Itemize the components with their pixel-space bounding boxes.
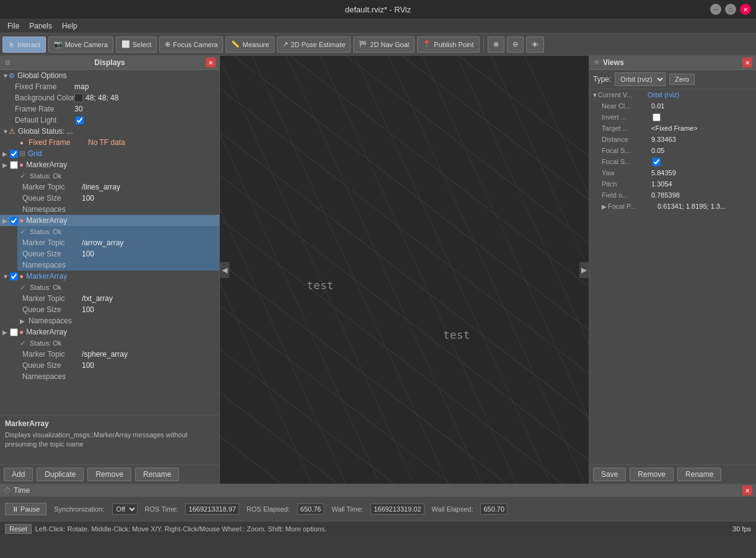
views-type-label: Type: (593, 75, 611, 84)
remove-view-button[interactable]: Remove (630, 468, 674, 481)
ros-elapsed-value: 650.76 (297, 504, 325, 515)
views-zero-button[interactable]: Zero (669, 74, 695, 85)
grid-arrow[interactable]: ▶ (2, 150, 9, 157)
close-button[interactable]: ✕ (740, 4, 751, 15)
move-camera-button[interactable]: 📷 Move Camera (48, 37, 113, 53)
menu-help[interactable]: Help (57, 20, 82, 32)
ma3-status-row: ✓ Status: Ok (17, 282, 219, 293)
ma1-queue-val: 100 (82, 194, 94, 203)
views-close-button[interactable]: ✕ (742, 58, 752, 68)
markerarray2-arrow[interactable]: ▶ (2, 217, 9, 224)
minimize-button[interactable]: ─ (710, 4, 721, 15)
markerarray2-row[interactable]: ▶ ● MarkerArray (0, 215, 219, 226)
focal-s2-checkbox[interactable] (653, 158, 661, 166)
save-view-button[interactable]: Save (593, 468, 626, 481)
maximize-button[interactable]: □ (725, 4, 736, 15)
fps-display: 30 fps (732, 525, 751, 533)
grid-row[interactable]: ▶ ⊞ Grid (0, 148, 219, 159)
ma4-topic-val: /sphere_array (82, 350, 128, 359)
description-title: MarkerArray (5, 419, 214, 428)
markerarray3-arrow[interactable]: ▼ (2, 273, 9, 280)
pose-estimate-button[interactable]: ↗ 2D Pose Estimate (277, 37, 351, 53)
focal-p-arrow[interactable]: ▶ (602, 203, 608, 210)
default-light-row: Default Light (10, 115, 219, 126)
markerarray1-arrow[interactable]: ▶ (2, 162, 9, 168)
add-display-button[interactable]: Add (4, 468, 33, 481)
grid-checkbox[interactable] (10, 150, 18, 158)
global-status-icon: ⚠ (9, 127, 15, 136)
current-view-section[interactable]: ▼ Current V... Orbit (rviz) (589, 89, 756, 100)
ma3-topic-key: Marker Topic (20, 294, 82, 303)
markerarray1-checkbox[interactable] (10, 161, 18, 169)
interact-button[interactable]: 🖱 Interact (2, 37, 46, 53)
select-button[interactable]: ⬜ Select (116, 37, 157, 53)
focal-s1-key: Focal S... (602, 147, 651, 154)
markerarray3-checkbox[interactable] (10, 272, 18, 281)
markerarray2-label: MarkerArray (26, 216, 217, 225)
pause-button[interactable]: ⏸ Pause (5, 503, 46, 515)
fov-key: Field o... (602, 191, 651, 199)
invert-row: Invert ... (599, 111, 756, 123)
global-status-row[interactable]: ▼ ⚠ Global Status: ... (0, 126, 219, 137)
viewport[interactable]: test test ◀ ▶ (220, 56, 589, 484)
global-status-arrow[interactable]: ▼ (2, 128, 9, 135)
ma3-ns-arrow[interactable]: ▶ (20, 318, 26, 325)
displays-header: 🖥 Displays ✕ (0, 56, 219, 70)
bg-color-swatch[interactable] (74, 94, 83, 102)
rename-view-button[interactable]: Rename (677, 468, 721, 481)
measure-label: Measure (242, 41, 269, 48)
publish-point-button[interactable]: 📍 Publish Point (417, 37, 479, 53)
invert-checkbox[interactable] (653, 113, 661, 121)
distance-row: Distance 9.33463 (599, 134, 756, 145)
ma2-topic-row: Marker Topic /arrow_array (17, 237, 219, 248)
rename-display-button[interactable]: Rename (135, 468, 179, 481)
ma1-topic-row: Marker Topic /lines_array (17, 181, 219, 193)
target-key: Target ... (602, 124, 651, 132)
ma4-status-icon: ✓ (20, 339, 26, 347)
default-light-checkbox[interactable] (76, 116, 84, 124)
viewport-expand-right[interactable]: ▶ (579, 262, 589, 278)
views-panel: 👁 Views ✕ Type: Orbit (rviz) Zero ▼ Curr… (589, 56, 756, 484)
markerarray4-arrow[interactable]: ▶ (2, 329, 9, 336)
nav-icon: 🏁 (359, 40, 367, 48)
add-button[interactable]: ⊕ (488, 37, 504, 53)
menu-file[interactable]: File (2, 20, 24, 32)
subtract-button[interactable]: ⊖ (507, 37, 524, 53)
reset-button[interactable]: Reset (5, 524, 32, 534)
measure-button[interactable]: 📏 Measure (226, 37, 275, 53)
ma2-queue-val: 100 (82, 250, 94, 258)
current-view-arrow[interactable]: ▼ (592, 92, 598, 98)
remove-display-button[interactable]: Remove (87, 468, 131, 481)
fixed-frame-status-val: No TF data (88, 138, 125, 147)
viewport-expand-left[interactable]: ◀ (220, 262, 229, 278)
global-options-row[interactable]: ▼ ⚙ Global Options (0, 70, 219, 81)
nav-goal-button[interactable]: 🏁 2D Nav Goal (353, 37, 415, 53)
views-type-select[interactable]: Orbit (rviz) (615, 72, 666, 86)
markerarray1-row[interactable]: ▶ ● MarkerArray (0, 159, 219, 170)
ma3-topic-val: /txt_array (82, 294, 113, 303)
fixed-frame-row: Fixed Frame map (10, 81, 219, 92)
duplicate-display-button[interactable]: Duplicate (37, 468, 84, 481)
ma3-ns-row[interactable]: ▶ Namespaces (17, 315, 219, 326)
target-val: <Fixed Frame> (651, 124, 698, 132)
eye-button[interactable]: 👁 (526, 37, 544, 53)
ros-elapsed-label: ROS Elapsed: (247, 505, 290, 513)
ma2-status-icon: ✓ (20, 227, 26, 236)
frame-rate-val: 30 (74, 105, 82, 113)
focus-camera-button[interactable]: ⊕ Focus Camera (159, 37, 223, 53)
menu-panels[interactable]: Panels (24, 20, 57, 32)
global-options-arrow[interactable]: ▼ (2, 72, 9, 79)
global-options-icon: ⚙ (9, 72, 15, 80)
displays-close-button[interactable]: ✕ (206, 58, 216, 68)
focal-p-row[interactable]: ▶ Focal P... 0.61341; 1.8195; 1.3... (599, 201, 756, 212)
markerarray4-row[interactable]: ▶ ● MarkerArray (0, 326, 219, 338)
markerarray4-checkbox[interactable] (10, 328, 18, 336)
time-close-button[interactable]: ✕ (742, 486, 752, 495)
markerarray2-checkbox[interactable] (10, 217, 18, 225)
ma2-topic-val: /arrow_array (82, 238, 123, 247)
global-status-label: Global Status: ... (18, 127, 217, 136)
sync-select[interactable]: Off (112, 504, 138, 515)
select-icon: ⬜ (121, 40, 130, 48)
markerarray3-row[interactable]: ▼ ● MarkerArray (0, 271, 219, 282)
focal-s1-val: 0.05 (651, 147, 664, 154)
